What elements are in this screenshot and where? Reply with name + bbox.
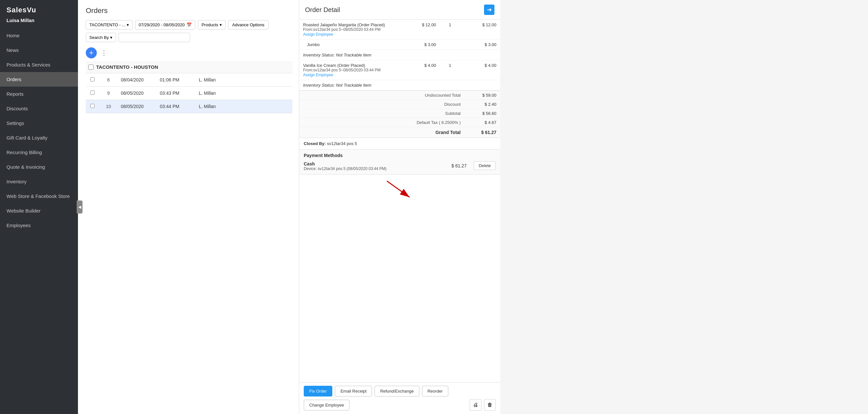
delete-payment-button[interactable]: Delete: [474, 161, 496, 170]
order-id: 6: [99, 73, 118, 87]
subtotal-label: Subtotal: [396, 111, 461, 116]
sidebar-collapse-handle[interactable]: ◀: [77, 201, 83, 213]
sidebar-item-home[interactable]: Home: [0, 28, 78, 43]
row-checkbox[interactable]: [90, 77, 95, 81]
sidebar-item-employees[interactable]: Employees: [0, 218, 78, 233]
item-qty: 1: [440, 60, 460, 80]
change-employee-button[interactable]: Change Employee: [304, 400, 349, 410]
assign-employee-link[interactable]: Assign Employee: [303, 32, 333, 37]
order-item-row: Vanilla Ice Cream (Order Placed) From:sv…: [299, 60, 500, 80]
item-name: Roasted Jalapeño Margarita (Order Placed…: [303, 23, 406, 27]
closed-by-value: sv12tar34 pos 5: [327, 141, 357, 146]
chevron-down-icon: ▾: [127, 23, 129, 27]
user-name: Luisa Millan: [0, 18, 78, 28]
item-total: $ 4.00: [460, 60, 500, 80]
order-items-table: Roasted Jalapeño Margarita (Order Placed…: [299, 20, 500, 91]
chevron-down-icon: ▾: [110, 35, 113, 40]
sidebar-item-discounts[interactable]: Discounts: [0, 101, 78, 116]
item-from: From:sv12tar34 pos 5~08/05/2020 03:44 PM: [303, 27, 406, 32]
sidebar-item-reports[interactable]: Reports: [0, 87, 78, 101]
main-content: Orders TACONTENTO - ... ▾ 07/29/2020 - 0…: [78, 0, 868, 414]
order-item-row: Roasted Jalapeño Margarita (Order Placed…: [299, 20, 500, 40]
order-employee: L. Millan: [196, 73, 292, 87]
order-id: 10: [99, 100, 118, 113]
item-inventory-status: Inventory Status: Not Trackable Item: [299, 50, 500, 60]
order-detail-header: Order Detail ➔: [299, 0, 500, 20]
order-id: 9: [99, 87, 118, 100]
sidebar-item-website-builder[interactable]: Website Builder: [0, 203, 78, 218]
order-detail-footer: Fix Order Email Receipt Refund/Exchange …: [299, 382, 500, 414]
red-arrow-annotation: [380, 178, 420, 201]
more-options-button[interactable]: ⋮: [99, 48, 108, 58]
order-date: 08/05/2020: [118, 87, 157, 100]
table-row[interactable]: 9 08/05/2020 03:43 PM L. Millan: [86, 87, 292, 100]
calendar-icon: 📅: [186, 23, 192, 27]
discount-value: $ 2.40: [474, 102, 496, 107]
reorder-button[interactable]: Reorder: [422, 386, 448, 396]
order-date: 08/05/2020: [118, 100, 157, 113]
order-time: 01:06 PM: [157, 73, 196, 87]
fix-order-button[interactable]: Fix Order: [304, 386, 332, 396]
order-date: 08/04/2020: [118, 73, 157, 87]
print-button[interactable]: 🖨: [470, 399, 482, 411]
trash-icon: 🗑: [487, 402, 493, 408]
order-employee: L. Millan: [196, 87, 292, 100]
sidebar-item-inventory[interactable]: Inventory: [0, 174, 78, 189]
undiscounted-label: Undiscounted Total: [396, 93, 461, 98]
date-range-filter[interactable]: 07/29/2020 - 08/05/2020 📅: [135, 20, 195, 30]
subitem-total: $ 3.00: [460, 40, 500, 50]
search-by-select[interactable]: Search By ▾: [86, 33, 116, 42]
payment-right: $ 61.27 Delete: [452, 161, 496, 170]
chevron-down-icon: ▾: [220, 23, 222, 27]
tax-row: Default Tax ( 8.2500% ) $ 4.67: [299, 118, 500, 127]
sidebar-item-products-services[interactable]: Products & Services: [0, 58, 78, 72]
sidebar-item-settings[interactable]: Settings: [0, 116, 78, 131]
sidebar-item-gift-card-loyalty[interactable]: Gift Card & Loyalty: [0, 131, 78, 145]
order-detail-title: Order Detail: [305, 6, 340, 13]
sidebar-item-web-store-facebook[interactable]: Web Store & Facebook Store: [0, 189, 78, 203]
add-order-button[interactable]: +: [86, 47, 97, 59]
products-filter[interactable]: Products ▾: [198, 20, 225, 30]
assign-employee-link[interactable]: Assign Employee: [303, 73, 333, 77]
email-receipt-button[interactable]: Email Receipt: [335, 386, 372, 396]
order-subitem-row: Jumbo $ 3.00 $ 3.00: [299, 40, 500, 50]
search-input[interactable]: [119, 33, 190, 42]
closed-by-section: Closed By: sv12tar34 pos 5: [299, 138, 500, 149]
location-group-header: TACONTENTO - HOUSTON: [86, 61, 292, 73]
delete-order-button[interactable]: 🗑: [484, 399, 496, 411]
discount-label: Discount: [396, 102, 461, 107]
item-from: From:sv12tar34 pos 5~08/05/2020 03:44 PM: [303, 68, 406, 72]
table-row[interactable]: 10 08/05/2020 03:44 PM L. Millan: [86, 100, 292, 113]
subtotal-row: Subtotal $ 56.60: [299, 109, 500, 118]
export-button[interactable]: ➔: [484, 4, 494, 15]
subitem-name: Jumbo: [299, 40, 410, 50]
print-icon: 🖨: [473, 402, 478, 408]
location-group-checkbox[interactable]: [88, 65, 94, 70]
sidebar-item-recurring-billing[interactable]: Recurring Billing: [0, 145, 78, 160]
search-row: Search By ▾: [86, 33, 292, 42]
totals-section: Undiscounted Total $ 59.00 Discount $ 2.…: [299, 91, 500, 138]
orders-table: 6 08/04/2020 01:06 PM L. Millan 9 08/05/…: [86, 73, 292, 113]
subtotal-value: $ 56.60: [474, 111, 496, 116]
advance-options-button[interactable]: Advance Options: [228, 20, 269, 30]
item-price: $ 12.00: [410, 20, 440, 40]
undiscounted-total-row: Undiscounted Total $ 59.00: [299, 91, 500, 100]
row-checkbox[interactable]: [90, 91, 95, 95]
item-inventory-status-row: Inventory Status: Not Trackable Item: [299, 50, 500, 60]
location-group-label: TACONTENTO - HOUSTON: [96, 64, 158, 70]
sidebar-item-orders[interactable]: Orders: [0, 72, 78, 87]
payment-device: Device: sv12tar34 pos 5 (08/05/2020 03:4…: [304, 167, 386, 171]
sidebar-item-news[interactable]: News: [0, 43, 78, 58]
grand-total-value: $ 61.27: [474, 130, 496, 135]
location-filter[interactable]: TACONTENTO - ... ▾: [86, 20, 132, 30]
grand-total-row: Grand Total $ 61.27: [299, 127, 500, 138]
tax-value: $ 4.67: [474, 120, 496, 125]
tax-label: Default Tax ( 8.2500% ): [396, 120, 461, 125]
sidebar-item-quote-invoicing[interactable]: Quote & Invoicing: [0, 160, 78, 174]
payment-name: Cash: [304, 161, 386, 167]
grand-total-label: Grand Total: [396, 130, 461, 135]
subitem-price: $ 3.00: [410, 40, 440, 50]
refund-exchange-button[interactable]: Refund/Exchange: [375, 386, 419, 396]
row-checkbox[interactable]: [90, 104, 95, 108]
table-row[interactable]: 6 08/04/2020 01:06 PM L. Millan: [86, 73, 292, 87]
